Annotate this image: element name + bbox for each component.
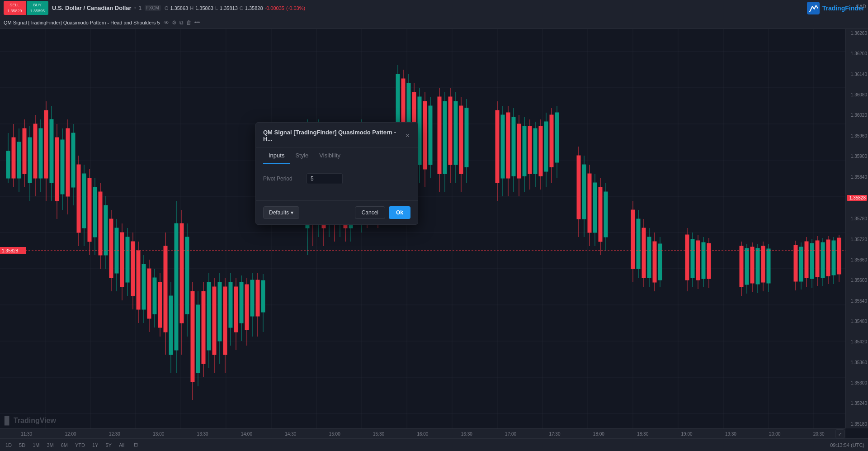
- settings-dialog: QM Signal [TradingFinder] Quasimodo Patt…: [255, 122, 418, 225]
- time-label-2000: 20:00: [769, 432, 780, 437]
- chart-area: 1.35828: [0, 29, 845, 428]
- price-axis: 1.36260 1.36200 1.36140 1.36080 1.36020 …: [845, 29, 868, 428]
- timeframe-1d[interactable]: 1D: [4, 442, 14, 449]
- tab-inputs[interactable]: Inputs: [263, 147, 290, 164]
- svg-rect-227: [653, 242, 656, 282]
- price-tick: 1.35240: [847, 401, 867, 406]
- svg-rect-69: [109, 219, 113, 278]
- svg-rect-263: [821, 242, 825, 278]
- svg-rect-177: [454, 101, 458, 165]
- price-tick: 1.35300: [847, 380, 867, 385]
- svg-rect-53: [66, 128, 70, 196]
- more-icon[interactable]: •••: [194, 19, 200, 26]
- defaults-button[interactable]: Defaults ▾: [263, 206, 299, 219]
- svg-rect-235: [696, 241, 700, 280]
- svg-rect-115: [234, 287, 238, 332]
- svg-rect-119: [245, 285, 249, 330]
- timeframe-all[interactable]: All: [117, 442, 126, 449]
- timeframe-5y[interactable]: 5Y: [104, 442, 113, 449]
- svg-rect-173: [443, 101, 447, 174]
- svg-rect-125: [261, 280, 265, 312]
- form-row-pivot-period: Pivot Period: [263, 173, 410, 184]
- svg-rect-169: [429, 106, 432, 165]
- tab-style[interactable]: Style: [290, 147, 314, 164]
- svg-rect-255: [799, 247, 803, 281]
- dialog-footer: Defaults ▾ Cancel Ok: [256, 200, 418, 224]
- svg-rect-31: [6, 151, 10, 178]
- cancel-button[interactable]: Cancel: [355, 206, 385, 219]
- price-tick: 1.35540: [847, 299, 867, 304]
- svg-rect-187: [506, 113, 510, 178]
- sell-button[interactable]: SELL 1.35829: [4, 1, 26, 15]
- tab-visibility[interactable]: Visibility: [314, 147, 346, 164]
- settings-icon[interactable]: ⚙: [172, 19, 177, 26]
- symbol-info: U.S. Dollar / Canadian Dollar • 1 FXCM: [52, 5, 161, 11]
- candle-5: [28, 126, 32, 201]
- svg-rect-183: [495, 110, 499, 183]
- chart-type-icon[interactable]: ⊟: [134, 442, 138, 448]
- svg-rect-197: [533, 128, 537, 174]
- time-label-1930: 19:30: [725, 432, 736, 437]
- svg-rect-79: [137, 251, 140, 309]
- svg-rect-245: [750, 247, 754, 283]
- ok-button[interactable]: Ok: [389, 206, 410, 219]
- expand-icon[interactable]: ⤢: [835, 429, 844, 438]
- svg-rect-231: [685, 235, 689, 280]
- time-label-1430: 14:30: [285, 432, 296, 437]
- dialog-close-button[interactable]: ×: [405, 131, 410, 140]
- time-label-1730: 17:30: [549, 432, 560, 437]
- timeframe-3m[interactable]: 3M: [45, 442, 55, 449]
- time-label-1400: 14:00: [241, 432, 252, 437]
- svg-rect-185: [501, 115, 505, 178]
- svg-rect-35: [17, 142, 21, 178]
- open-value: 1.35863: [170, 5, 188, 11]
- delete-icon[interactable]: 🗑: [186, 19, 192, 26]
- timeframe-1y[interactable]: 1Y: [90, 442, 100, 449]
- timeframe-6m[interactable]: 6M: [59, 442, 70, 449]
- svg-rect-39: [28, 138, 32, 183]
- pivot-period-input[interactable]: [307, 173, 343, 184]
- time-label-1200: 12:00: [65, 432, 76, 437]
- current-price-label: 1.35828: [847, 195, 867, 201]
- copy-icon[interactable]: ⧉: [179, 19, 184, 26]
- currency-label: CAD: [856, 4, 866, 9]
- price-tick: 1.35480: [847, 319, 867, 324]
- timeframe-1m[interactable]: 1M: [31, 442, 41, 449]
- svg-rect-91: [169, 296, 173, 355]
- svg-rect-33: [12, 138, 15, 178]
- broker-tag: FXCM: [145, 5, 161, 11]
- buy-label: BUY: [30, 2, 45, 8]
- tradingfinder-logo-icon: [807, 2, 820, 14]
- svg-rect-167: [423, 101, 427, 169]
- time-label-1700: 17:00: [505, 432, 516, 437]
- svg-rect-47: [50, 119, 53, 183]
- svg-rect-63: [93, 187, 97, 237]
- price-tick: 1.36140: [847, 72, 867, 77]
- eye-icon[interactable]: 👁: [164, 19, 169, 26]
- svg-rect-37: [23, 128, 26, 174]
- svg-rect-81: [142, 264, 146, 309]
- svg-rect-191: [517, 124, 521, 178]
- timeframe-ytd[interactable]: YTD: [73, 442, 87, 449]
- svg-rect-75: [126, 237, 129, 282]
- svg-rect-249: [761, 246, 765, 282]
- svg-rect-51: [61, 140, 64, 194]
- svg-rect-201: [544, 122, 548, 171]
- svg-rect-123: [256, 280, 259, 316]
- time-label-1230: 12:30: [109, 432, 120, 437]
- dialog-content: Pivot Period: [256, 164, 418, 200]
- buy-button[interactable]: BUY 1.35895: [27, 1, 49, 15]
- defaults-chevron-icon: ▾: [291, 209, 293, 216]
- close-label: C: [240, 5, 243, 11]
- svg-rect-61: [88, 178, 91, 242]
- dialog-title: QM Signal [TradingFinder] Quasimodo Patt…: [263, 129, 405, 142]
- bottom-bar: 1D 5D 1M 3M 6M YTD 1Y 5Y All ⊟ 09:13:54 …: [0, 438, 868, 451]
- price-tick: 1.36020: [847, 113, 867, 118]
- svg-rect-49: [55, 138, 59, 201]
- svg-rect-261: [816, 241, 819, 277]
- timeframe-5d[interactable]: 5D: [17, 442, 27, 449]
- symbol-name: U.S. Dollar / Canadian Dollar: [52, 5, 132, 11]
- price-tick: 1.35600: [847, 278, 867, 283]
- indicator-icons: 👁 ⚙ ⧉ 🗑 •••: [164, 19, 200, 26]
- sell-price: 1.35829: [7, 8, 22, 14]
